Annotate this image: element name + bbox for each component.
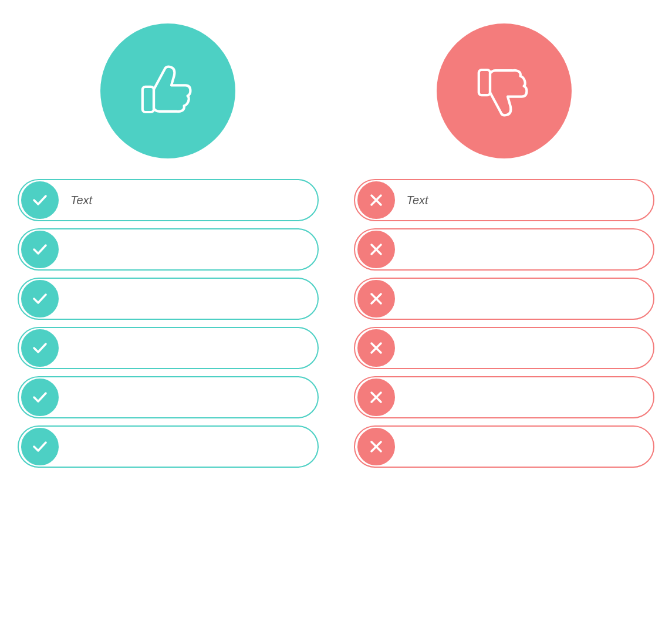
pros-list: Text <box>18 179 319 468</box>
x-icon-5 <box>357 379 395 416</box>
thumbs-down-icon <box>469 56 539 126</box>
pros-item-1-text: Text <box>59 194 92 207</box>
cons-item-2 <box>354 228 655 271</box>
pros-column: Text <box>18 23 319 468</box>
pros-item-5 <box>18 376 319 418</box>
main-container: Text <box>18 23 654 468</box>
check-icon-3 <box>21 280 59 317</box>
cons-column: Text <box>354 23 655 468</box>
cons-item-5 <box>354 376 655 418</box>
check-icon-4 <box>21 329 59 367</box>
x-icon-1 <box>357 181 395 219</box>
cons-item-4 <box>354 327 655 369</box>
check-icon-1 <box>21 181 59 219</box>
cons-item-1: Text <box>354 179 655 221</box>
check-icon-6 <box>21 428 59 465</box>
cons-item-1-text: Text <box>395 194 428 207</box>
x-icon-3 <box>357 280 395 317</box>
pros-item-6 <box>18 425 319 468</box>
check-icon-2 <box>21 231 59 268</box>
cons-list: Text <box>354 179 655 468</box>
cons-item-3 <box>354 278 655 320</box>
pros-item-2 <box>18 228 319 271</box>
thumbs-down-circle <box>437 23 572 158</box>
check-icon-5 <box>21 379 59 416</box>
thumbs-up-icon <box>133 56 203 126</box>
cons-item-6 <box>354 425 655 468</box>
x-icon-4 <box>357 329 395 367</box>
thumbs-up-circle <box>100 23 235 158</box>
svg-rect-0 <box>143 87 154 112</box>
svg-rect-1 <box>479 70 490 95</box>
pros-item-3 <box>18 278 319 320</box>
pros-item-1: Text <box>18 179 319 221</box>
x-icon-2 <box>357 231 395 268</box>
x-icon-6 <box>357 428 395 465</box>
pros-item-4 <box>18 327 319 369</box>
